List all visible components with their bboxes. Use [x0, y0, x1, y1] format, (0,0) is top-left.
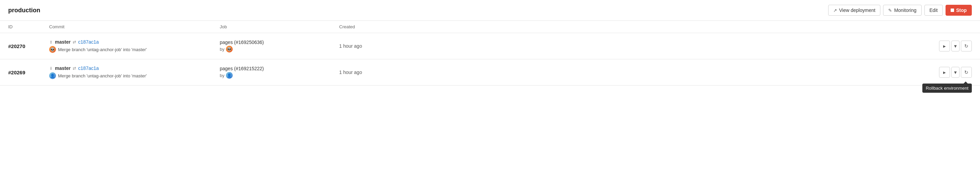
- dropdown-button[interactable]: ▼: [951, 41, 959, 51]
- commit-line2: 👤 Merge branch 'untag-anchor-job' into '…: [49, 72, 220, 79]
- rollback-button[interactable]: ↻: [961, 67, 972, 78]
- job-cell: pages (#169250636) by 👽: [220, 40, 339, 52]
- page-header: production ↗ View deployment ✎ Monitorin…: [0, 0, 980, 21]
- commit-line2: 👽 Merge branch 'untag-anchor-job' into '…: [49, 46, 220, 53]
- created-time: 1 hour ago: [339, 70, 910, 75]
- rollback-wrapper: ↻ Rollback environment: [961, 67, 972, 78]
- commit-hash-link[interactable]: c187ac1a: [78, 39, 99, 45]
- branch-name: master: [55, 39, 71, 45]
- dropdown-button[interactable]: ▼: [951, 67, 959, 78]
- page-title: production: [8, 7, 40, 14]
- commit-hash-link[interactable]: c187ac1a: [78, 65, 99, 71]
- user-avatar: 👤: [226, 72, 233, 79]
- header-actions: ↗ View deployment ✎ Monitoring Edit Stop: [828, 5, 972, 16]
- view-deployment-button[interactable]: ↗ View deployment: [828, 5, 880, 16]
- external-link-icon: ↗: [833, 8, 837, 13]
- job-cell: pages (#169215222) by 👤: [220, 66, 339, 79]
- monitoring-icon: ✎: [888, 8, 892, 13]
- commit-message: Merge branch 'untag-anchor-job' into 'ma…: [58, 73, 147, 78]
- play-button[interactable]: ▶: [939, 67, 950, 78]
- play-button[interactable]: ▶: [939, 41, 950, 51]
- table-header: ID Commit Job Created: [0, 21, 980, 33]
- deployment-id: #20270: [8, 43, 49, 49]
- col-commit: Commit: [49, 24, 220, 29]
- arrow-icon: ⇄: [73, 66, 76, 71]
- created-time: 1 hour ago: [339, 43, 910, 49]
- commit-line1: ⤈ master ⇄ c187ac1a: [49, 39, 220, 45]
- job-name: pages (#169250636): [220, 40, 339, 45]
- commit-cell: ⤈ master ⇄ c187ac1a 👤 Merge branch 'unta…: [49, 65, 220, 79]
- col-actions: [910, 24, 972, 29]
- table-row: #20270 ⤈ master ⇄ c187ac1a 👽 Merge branc…: [0, 33, 980, 59]
- commit-line1: ⤈ master ⇄ c187ac1a: [49, 65, 220, 71]
- git-branch-icon: ⤈: [49, 66, 53, 71]
- rollback-tooltip: Rollback environment: [922, 84, 972, 93]
- col-id: ID: [8, 24, 49, 29]
- by-label: by: [220, 73, 224, 78]
- job-name: pages (#169215222): [220, 66, 339, 71]
- col-job: Job: [220, 24, 339, 29]
- arrow-icon: ⇄: [73, 40, 76, 45]
- stop-icon: [951, 8, 954, 12]
- retry-button[interactable]: ↻: [961, 41, 972, 51]
- row-actions: ▶ ▼ ↻ Rollback environment: [910, 67, 972, 78]
- avatar: 👽: [49, 46, 56, 53]
- commit-cell: ⤈ master ⇄ c187ac1a 👽 Merge branch 'unta…: [49, 39, 220, 53]
- user-avatar: 👽: [226, 46, 233, 52]
- git-branch-icon: ⤈: [49, 40, 53, 45]
- page-wrapper: production ↗ View deployment ✎ Monitorin…: [0, 0, 980, 194]
- commit-message: Merge branch 'untag-anchor-job' into 'ma…: [58, 47, 147, 52]
- stop-button[interactable]: Stop: [945, 5, 972, 16]
- row-actions: ▶ ▼ ↻: [910, 41, 972, 51]
- table-row: #20269 ⤈ master ⇄ c187ac1a 👤 Merge branc…: [0, 59, 980, 86]
- by-label: by: [220, 47, 224, 52]
- edit-button[interactable]: Edit: [924, 5, 943, 16]
- monitoring-button[interactable]: ✎ Monitoring: [883, 5, 921, 16]
- job-by: by 👽: [220, 46, 339, 52]
- deployments-table: ID Commit Job Created #20270 ⤈ master ⇄ …: [0, 21, 980, 86]
- avatar: 👤: [49, 72, 56, 79]
- deployment-id: #20269: [8, 70, 49, 75]
- col-created: Created: [339, 24, 910, 29]
- branch-name: master: [55, 65, 71, 71]
- job-by: by 👤: [220, 72, 339, 79]
